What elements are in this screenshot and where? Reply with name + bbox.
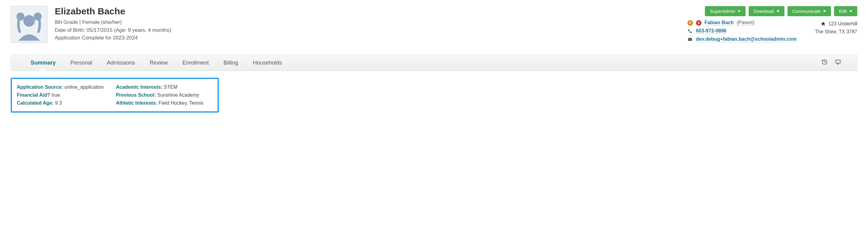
summary-row: Previous School: Sunshine Academy xyxy=(116,92,204,98)
tab-enrollment[interactable]: Enrollment xyxy=(175,55,216,71)
acad-int-label: Academic Interests: xyxy=(116,85,162,90)
prev-school-label: Previous School: xyxy=(116,92,156,98)
download-button[interactable]: Download xyxy=(749,6,784,16)
svg-point-3 xyxy=(34,12,42,21)
profile-header: Elizabeth Bache 8th Grade | Female (she/… xyxy=(11,6,857,43)
summary-col-right: Academic Interests: STEM Previous School… xyxy=(116,85,204,106)
chevron-down-icon xyxy=(849,10,852,12)
summary-row: Academic Interests: STEM xyxy=(116,85,204,90)
contact-email-line: dev.debug+fabian.bach@schooladmin.com xyxy=(687,36,797,42)
summary-row: Athletic Interests: Field Hockey, Tennis xyxy=(116,100,204,106)
app-source-label: Application Source: xyxy=(17,85,63,90)
address-column: 123 Underhill The Shire, TX 3787 xyxy=(815,20,857,35)
secondary-badge-icon: S xyxy=(696,20,702,26)
profile-status: Application Complete for 2023-2024 xyxy=(55,34,680,42)
monitor-icon[interactable] xyxy=(831,59,845,67)
svg-point-2 xyxy=(17,12,25,21)
superadmin-label: SuperAdmin xyxy=(710,8,735,14)
contact-email-link[interactable]: dev.debug+fabian.bach@schooladmin.com xyxy=(696,36,797,42)
edit-button[interactable]: Edit xyxy=(834,6,857,16)
summary-highlight-box: Application Source: online_application F… xyxy=(11,78,219,112)
calc-age-label: Calculated Age: xyxy=(17,100,54,105)
communicate-label: Communicate xyxy=(793,8,821,14)
contact-name-link[interactable]: Fabian Bach xyxy=(705,20,734,26)
contact-column: P S Fabian Bach (Parent) 603-972-0896 de… xyxy=(687,20,797,42)
tab-summary[interactable]: Summary xyxy=(23,55,63,71)
tab-personal[interactable]: Personal xyxy=(63,55,99,71)
acad-int-value: STEM xyxy=(164,85,177,90)
summary-row: Financial Aid? true xyxy=(17,92,104,98)
action-buttons: SuperAdmin Download Communicate Edit xyxy=(705,6,857,16)
svg-point-1 xyxy=(23,15,35,27)
phone-icon xyxy=(687,29,693,33)
svg-rect-4 xyxy=(836,60,840,63)
tab-households[interactable]: Households xyxy=(245,55,289,71)
chevron-down-icon xyxy=(738,10,741,12)
download-label: Download xyxy=(753,8,774,14)
chevron-down-icon xyxy=(776,10,779,12)
avatar[interactable] xyxy=(11,6,48,43)
tab-admissions[interactable]: Admissions xyxy=(99,55,142,71)
profile-dob: Date of Birth: 05/17/2015 (Age: 9 years,… xyxy=(55,26,680,34)
contact-phone-link[interactable]: 603-972-0896 xyxy=(696,28,726,34)
tab-billing[interactable]: Billing xyxy=(216,55,245,71)
contact-address: P S Fabian Bach (Parent) 603-972-0896 de… xyxy=(687,20,857,42)
ath-int-value: Field Hockey, Tennis xyxy=(159,100,203,105)
chevron-down-icon xyxy=(823,10,826,12)
profile-info: Elizabeth Bache 8th Grade | Female (she/… xyxy=(55,6,680,42)
tab-summary-label: Summary xyxy=(31,60,56,66)
history-icon[interactable] xyxy=(818,59,831,67)
tab-review[interactable]: Review xyxy=(142,55,175,71)
address-line1: 123 Underhill xyxy=(829,20,857,28)
calc-age-value: 9.3 xyxy=(55,100,62,105)
tabs-bar: Summary Personal Admissions Review Enrol… xyxy=(11,55,857,71)
tab-review-label: Review xyxy=(150,60,168,66)
primary-badge-icon: P xyxy=(687,20,693,26)
fin-aid-value: true xyxy=(52,92,60,98)
superadmin-button[interactable]: SuperAdmin xyxy=(705,6,746,16)
ath-int-label: Athletic Interests: xyxy=(116,100,157,105)
tab-households-label: Households xyxy=(253,60,282,66)
tab-personal-label: Personal xyxy=(70,60,92,66)
edit-label: Edit xyxy=(839,8,847,14)
contact-relation: (Parent) xyxy=(737,20,754,26)
fin-aid-label: Financial Aid? xyxy=(17,92,50,98)
communicate-button[interactable]: Communicate xyxy=(787,6,831,16)
app-source-value: online_application xyxy=(65,85,104,90)
profile-grade-gender: 8th Grade | Female (she/her) xyxy=(55,19,680,26)
address-line2: The Shire, TX 3787 xyxy=(815,28,857,36)
summary-row: Calculated Age: 9.3 xyxy=(17,100,104,106)
tab-billing-label: Billing xyxy=(223,60,238,66)
prev-school-value: Sunshine Academy xyxy=(157,92,199,98)
header-right: SuperAdmin Download Communicate Edit P S xyxy=(687,6,857,42)
home-icon xyxy=(820,22,826,26)
contact-name-line: P S Fabian Bach (Parent) xyxy=(687,20,797,26)
email-icon xyxy=(687,37,693,42)
summary-col-left: Application Source: online_application F… xyxy=(17,85,104,106)
tab-admissions-label: Admissions xyxy=(107,60,135,66)
profile-name: Elizabeth Bache xyxy=(55,6,680,17)
contact-phone-line: 603-972-0896 xyxy=(687,28,797,34)
avatar-placeholder-icon xyxy=(11,6,47,42)
tab-enrollment-label: Enrollment xyxy=(182,60,209,66)
summary-row: Application Source: online_application xyxy=(17,85,104,90)
